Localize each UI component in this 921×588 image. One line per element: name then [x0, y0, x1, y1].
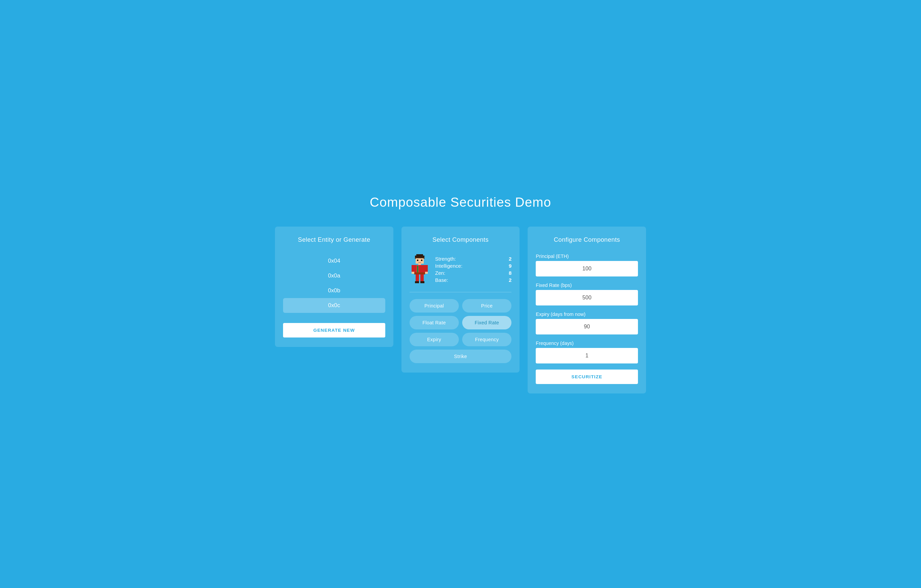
entity-item-0x0a[interactable]: 0x0a: [283, 268, 385, 283]
stat-value: 9: [509, 263, 511, 269]
stat-label: Base:: [435, 277, 448, 283]
config-field-principal: Principal (ETH): [536, 253, 638, 276]
svg-rect-12: [412, 265, 414, 272]
stat-row: Zen:8: [435, 270, 512, 276]
svg-rect-19: [420, 281, 425, 283]
svg-rect-15: [425, 272, 428, 274]
entity-item-0x0c[interactable]: 0x0c: [283, 298, 385, 313]
config-label-principal: Principal (ETH): [536, 253, 638, 259]
character-section: Strength:2Intelligence:9Zen:8Base:2: [410, 253, 512, 292]
component-btn-expiry[interactable]: Expiry: [410, 333, 459, 346]
svg-rect-18: [415, 281, 419, 283]
cards-container: Select Entity or Generate 0x040x0a0x0b0x…: [275, 227, 646, 393]
config-field-expiry: Expiry (days from now): [536, 312, 638, 335]
securitize-button[interactable]: SECURITIZE: [536, 370, 638, 384]
stat-value: 2: [509, 277, 511, 283]
component-btn-frequency[interactable]: Frequency: [462, 333, 511, 346]
config-label-fixed_rate: Fixed Rate (bps): [536, 283, 638, 288]
config-label-frequency: Frequency (days): [536, 341, 638, 346]
svg-rect-6: [418, 262, 421, 263]
config-input-frequency[interactable]: [536, 348, 638, 364]
configure-card-title: Configure Components: [536, 236, 638, 244]
stat-value: 8: [509, 270, 511, 276]
component-btn-strike[interactable]: Strike: [410, 350, 512, 363]
svg-rect-17: [420, 275, 424, 281]
svg-rect-7: [418, 264, 421, 265]
stat-label: Intelligence:: [435, 263, 462, 269]
stat-label: Zen:: [435, 270, 445, 276]
svg-rect-13: [425, 265, 428, 272]
config-fields: Principal (ETH)Fixed Rate (bps)Expiry (d…: [536, 253, 638, 364]
entity-card: Select Entity or Generate 0x040x0a0x0b0x…: [275, 227, 393, 347]
svg-rect-0: [416, 254, 423, 255]
entity-list: 0x040x0a0x0b0x0c: [283, 253, 385, 313]
config-input-principal[interactable]: [536, 261, 638, 276]
components-card-title: Select Components: [410, 236, 512, 244]
stat-row: Base:2: [435, 276, 512, 284]
config-field-frequency: Frequency (days): [536, 341, 638, 364]
stat-value: 2: [509, 256, 511, 262]
generate-new-button[interactable]: GENERATE NEW: [283, 323, 385, 338]
config-field-fixed_rate: Fixed Rate (bps): [536, 283, 638, 305]
svg-rect-5: [421, 260, 422, 261]
components-card: Select Components: [402, 227, 520, 372]
svg-rect-1: [415, 255, 425, 257]
entity-item-0x04[interactable]: 0x04: [283, 253, 385, 268]
page-title: Composable Securities Demo: [370, 195, 551, 210]
config-input-fixed_rate[interactable]: [536, 290, 638, 305]
component-btn-float_rate[interactable]: Float Rate: [410, 316, 459, 330]
stats-table: Strength:2Intelligence:9Zen:8Base:2: [435, 255, 512, 284]
component-btn-fixed_rate[interactable]: Fixed Rate: [462, 316, 511, 330]
svg-rect-14: [412, 272, 414, 274]
svg-rect-4: [417, 260, 418, 261]
svg-rect-11: [414, 273, 425, 275]
pixel-character: [410, 253, 430, 285]
entity-item-0x0b[interactable]: 0x0b: [283, 283, 385, 298]
components-grid: PrincipalPriceFloat RateFixed RateExpiry…: [410, 299, 512, 363]
config-label-expiry: Expiry (days from now): [536, 312, 638, 317]
configure-card: Configure Components Principal (ETH)Fixe…: [528, 227, 646, 393]
stat-row: Strength:2: [435, 255, 512, 262]
stat-label: Strength:: [435, 256, 456, 262]
stat-row: Intelligence:9: [435, 262, 512, 270]
svg-rect-16: [416, 275, 419, 281]
config-input-expiry[interactable]: [536, 319, 638, 335]
component-btn-price[interactable]: Price: [462, 299, 511, 313]
entity-card-title: Select Entity or Generate: [283, 236, 385, 244]
component-btn-principal[interactable]: Principal: [410, 299, 459, 313]
